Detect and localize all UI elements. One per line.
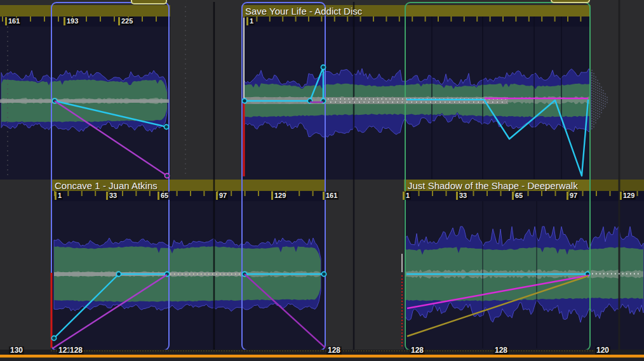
- ruler-label: 65: [512, 192, 524, 200]
- ruler-label: 33: [456, 192, 468, 200]
- ruler-label: 1: [403, 192, 411, 200]
- bpm-label: 128: [410, 346, 425, 355]
- timeline-scrollbar-shadow: [0, 357, 644, 358]
- track1-crossfade[interactable]: [55, 101, 167, 176]
- bpm-label: 128: [69, 346, 84, 355]
- track2-volume-in[interactable]: [54, 274, 167, 338]
- ruler-label: 1: [246, 17, 255, 25]
- track4-crossfade[interactable]: [407, 275, 589, 308]
- track1-volume[interactable]: [55, 101, 166, 127]
- track1-volume-node[interactable]: [164, 124, 168, 129]
- transition-tooltip-partial-2[interactable]: [551, 0, 590, 3]
- bpm-label: 120: [595, 346, 610, 355]
- track2-crossfade-out[interactable]: [245, 274, 325, 348]
- track2-volume-in-node[interactable]: [116, 272, 121, 276]
- bpm-label: 128: [493, 346, 509, 355]
- ruler-label: 129: [271, 192, 287, 200]
- track3-title[interactable]: Save Your Life - Addict Disc: [245, 6, 362, 17]
- track3-volume-in-node[interactable]: [242, 98, 246, 103]
- track3-volume-out[interactable]: [406, 100, 588, 176]
- ruler-label: 97: [216, 192, 228, 200]
- mix-timeline: Save Your Life - Addict Disc Concave 1 -…: [0, 0, 644, 361]
- ruler-label: 225: [118, 17, 134, 25]
- track3-volume-in-node[interactable]: [321, 65, 325, 69]
- transition-tooltip-partial-1[interactable]: [131, 0, 167, 4]
- track3-volume-in[interactable]: [245, 67, 323, 101]
- ruler-label: 129: [620, 192, 636, 200]
- bpm-label: 128: [326, 346, 342, 355]
- ruler-label: 161: [323, 192, 339, 200]
- track2-crossfade-in[interactable]: [53, 275, 167, 348]
- track4-eq[interactable]: [407, 276, 588, 336]
- bpm-label: 130: [9, 346, 24, 355]
- track2-volume-out-node[interactable]: [321, 272, 326, 276]
- ruler-label: 33: [106, 192, 118, 200]
- track4-title[interactable]: Just Shadow of the Shape - Deeperwalk: [408, 180, 578, 192]
- ruler-label: 65: [158, 192, 170, 200]
- ruler-label: 97: [567, 192, 579, 200]
- center-line-track1: [0, 100, 169, 103]
- track2-volume-in-node[interactable]: [51, 336, 56, 340]
- ruler-label: 193: [64, 17, 79, 25]
- ruler-label: 161: [5, 17, 21, 25]
- ruler-label: 1: [55, 192, 63, 200]
- track2-title[interactable]: Concave 1 - Juan Atkins: [55, 180, 158, 192]
- track1-crossfade-node[interactable]: [164, 173, 169, 178]
